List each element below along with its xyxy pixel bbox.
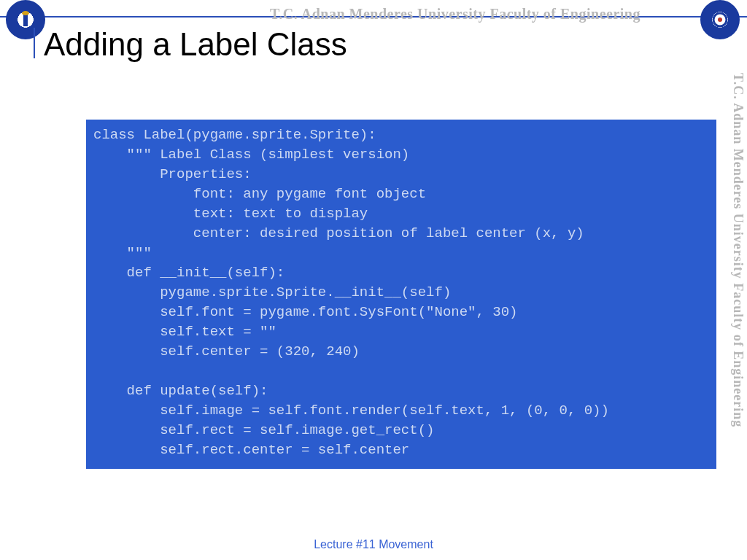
footer-lecture-label: Lecture #11 Movement (0, 538, 747, 551)
page-title: Adding a Label Class (44, 26, 347, 63)
svg-point-1 (22, 11, 29, 15)
side-watermark: T.C. Adnan Menderes University Faculty o… (725, 73, 746, 427)
gear-icon (709, 9, 731, 31)
header-watermark: T.C. Adnan Menderes University Faculty o… (270, 6, 703, 23)
svg-point-3 (718, 18, 722, 22)
faculty-logo-right (700, 0, 740, 39)
title-accent-bar (34, 28, 35, 58)
code-block: class Label(pygame.sprite.Sprite): """ L… (86, 120, 716, 469)
university-logo-left (6, 0, 45, 39)
